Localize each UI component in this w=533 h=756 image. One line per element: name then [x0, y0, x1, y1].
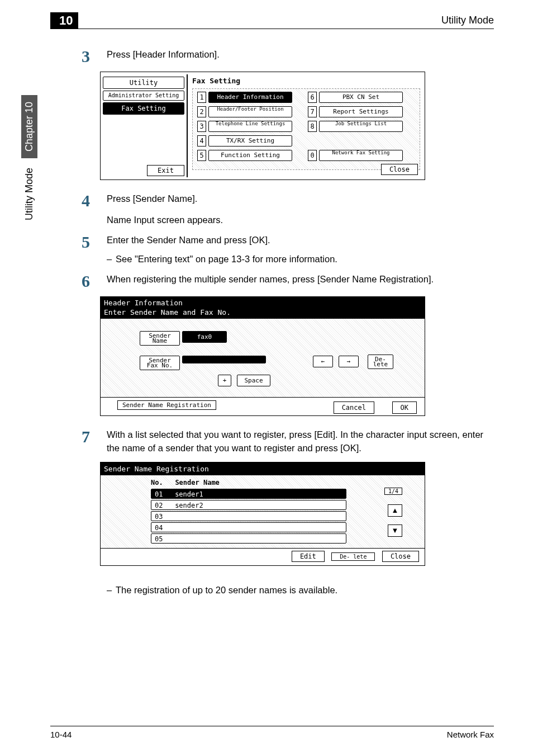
menu-num-6: 6	[308, 92, 317, 103]
header-footer-position-button[interactable]: Header/Footer Position	[208, 106, 292, 117]
step-number: 7	[75, 428, 90, 455]
step-text: When registering the multiple sender nam…	[107, 273, 494, 290]
txrx-setting-button[interactable]: TX/RX Setting	[208, 135, 292, 147]
list-row-4[interactable]: 04	[151, 522, 346, 532]
step-text: Enter the Sender Name and press [OK].	[107, 235, 270, 245]
utility-tab[interactable]: Utility	[103, 77, 184, 89]
step-4: 4 Press [Sender Name]. Name Input screen…	[75, 192, 494, 227]
sender-name-registration-screenshot: Sender Name Registration No. Sender Name…	[100, 462, 425, 566]
scroll-up-button[interactable]: ▲	[388, 504, 402, 517]
step-subtext: Name Input screen appears.	[107, 215, 223, 225]
space-button[interactable]: Space	[237, 375, 270, 386]
step-bullet: The registration of up to 20 sender name…	[116, 585, 337, 595]
pbx-cn-set-button[interactable]: PBX CN Set	[319, 92, 403, 103]
header-information-screenshot: Header Information Enter Sender Name and…	[100, 296, 425, 416]
separator	[187, 74, 188, 177]
bullet-dash: –	[107, 584, 116, 597]
sender-fax-no-button[interactable]: Sender Fax No.	[140, 356, 180, 370]
plus-button[interactable]: +	[218, 375, 231, 386]
menu-num-7: 7	[308, 106, 317, 117]
menu-num-5: 5	[197, 150, 206, 161]
menu-num-0: 0	[308, 150, 317, 161]
step-text: Press [Header Information].	[107, 48, 494, 65]
dialog-title: Sender Name Registration	[101, 462, 425, 475]
page-indicator: 1/4	[384, 488, 402, 495]
step-5: 5 Enter the Sender Name and press [OK]. …	[75, 234, 494, 266]
menu-num-2: 2	[197, 106, 206, 117]
exit-button[interactable]: Exit	[147, 165, 184, 176]
bullet-dash: –	[107, 253, 116, 266]
function-setting-button[interactable]: Function Setting	[208, 150, 292, 161]
step-6: 6 When registering the multiple sender n…	[75, 273, 494, 290]
step-7: 7 With a list selected that you want to …	[75, 428, 494, 455]
delete-button[interactable]: De- lete	[368, 355, 393, 369]
report-settings-button[interactable]: Report Settings	[319, 106, 403, 117]
page-footer: 10-44 Network Fax	[50, 726, 494, 739]
header-title: Utility Mode	[441, 15, 494, 26]
arrow-left-button[interactable]: ←	[313, 356, 333, 367]
step-number: 3	[75, 48, 90, 65]
page-number: 10-44	[50, 730, 72, 739]
panel-title: Fax Setting	[190, 75, 422, 86]
sender-name-value: fax0	[182, 331, 227, 343]
edit-button[interactable]: Edit	[292, 551, 325, 562]
menu-num-3: 3	[197, 121, 206, 132]
footer-title: Network Fax	[447, 730, 494, 739]
step-3: 3 Press [Header Information].	[75, 48, 494, 65]
dialog-subtitle: Enter Sender Name and Fax No.	[104, 308, 421, 318]
fax-setting-screenshot: Utility Administrator Setting Fax Settin…	[100, 72, 425, 180]
scroll-down-button[interactable]: ▼	[388, 525, 402, 537]
step-number: 4	[75, 192, 90, 227]
ok-button[interactable]: OK	[392, 401, 417, 414]
arrow-right-button[interactable]: →	[339, 356, 359, 367]
header-information-button[interactable]: Header Information	[208, 92, 292, 103]
list-row-2[interactable]: 02 sender2	[151, 500, 346, 510]
close-button[interactable]: Close	[382, 551, 419, 562]
sender-fax-value	[182, 356, 266, 363]
job-settings-list-button[interactable]: Job Settings List	[319, 121, 403, 132]
fax-setting-tab[interactable]: Fax Setting	[103, 102, 184, 115]
sidebar-chapter: Chapter 10	[21, 95, 37, 158]
step-number: 5	[75, 234, 90, 266]
sender-name-button[interactable]: Sender Name	[140, 331, 180, 346]
menu-num-1: 1	[197, 92, 206, 103]
menu-num-8: 8	[308, 121, 317, 132]
col-name: Sender Name	[175, 479, 219, 486]
step-text: With a list selected that you want to re…	[107, 428, 494, 455]
close-button[interactable]: Close	[381, 164, 418, 175]
delete-button[interactable]: De- lete	[331, 552, 375, 561]
step-number: 6	[75, 273, 90, 290]
sidebar-mode: Utility Mode	[21, 164, 37, 224]
page-header: 10 Utility Mode	[50, 12, 494, 29]
telephone-line-settings-button[interactable]: Telephone Line Settings	[208, 121, 292, 132]
step-bullet: See "Entering text" on page 13-3 for mor…	[116, 254, 337, 264]
sender-name-registration-button[interactable]: Sender Name Registration	[117, 400, 216, 410]
step-text: Press [Sender Name].	[107, 193, 197, 204]
list-row-1[interactable]: 01 sender1	[151, 489, 346, 499]
step-7-bullet: –The registration of up to 20 sender nam…	[75, 578, 494, 597]
sidebar: Utility Mode Chapter 10	[21, 95, 37, 224]
dialog-title: Header Information	[104, 299, 421, 308]
cancel-button[interactable]: Cancel	[334, 401, 374, 414]
network-fax-setting-button[interactable]: Network Fax Setting	[319, 150, 403, 161]
col-no: No.	[151, 479, 163, 486]
list-row-5[interactable]: 05	[151, 533, 346, 544]
chapter-chip: 10	[50, 12, 78, 29]
list-row-3[interactable]: 03	[151, 511, 346, 521]
admin-setting-tab[interactable]: Administrator Setting	[103, 91, 184, 101]
menu-num-4: 4	[197, 135, 206, 147]
